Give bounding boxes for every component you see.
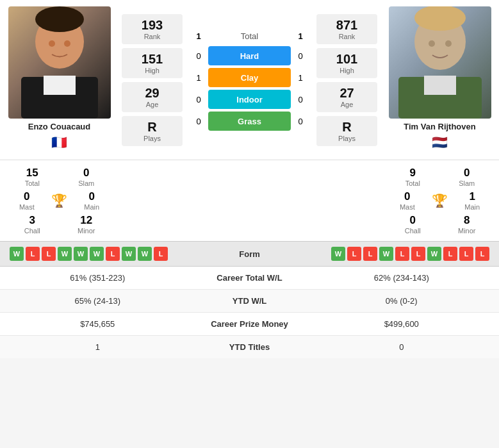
left-stats-block: 193 Rank 151 High 29 Age R Plays	[119, 6, 186, 153]
svg-rect-3	[44, 76, 76, 95]
right-rank-value: 871	[322, 18, 372, 33]
right-minor-lbl: Minor	[440, 227, 495, 235]
form-badge-left-l: L	[26, 247, 40, 261]
career-wl-right: 62% (234-143)	[314, 273, 490, 283]
hard-button[interactable]: Hard	[208, 46, 291, 65]
right-stats-block: 871 Rank 101 High 27 Age R Plays	[313, 6, 380, 153]
svg-point-1	[35, 6, 84, 32]
center-spacer	[119, 163, 380, 238]
left-slam-item: 0 Slam	[60, 167, 114, 187]
career-wl-row: 61% (351-223) Career Total W/L 62% (234-…	[0, 267, 499, 290]
form-badge-left-l: L	[106, 247, 120, 261]
grass-left-count: 0	[189, 117, 208, 126]
left-chall-item: 3 Chall	[5, 214, 60, 235]
left-chall-val: 3	[5, 214, 60, 227]
hard-left-count: 0	[189, 51, 208, 61]
ytd-titles-label: YTD Titles	[186, 342, 314, 352]
right-plays-label: Plays	[322, 135, 372, 142]
left-slam-lbl: Slam	[60, 179, 114, 187]
right-age-value: 27	[322, 86, 372, 101]
right-chall-item: 0 Chall	[386, 214, 440, 235]
right-total-val: 9	[386, 167, 440, 179]
form-badge-left-w: W	[138, 247, 152, 261]
center-surface-panel: 1 Total 1 0 Hard 0 1 Clay 1	[186, 6, 313, 153]
ytd-titles-row: 1 YTD Titles 0	[0, 336, 499, 358]
left-player-flag: 🇫🇷	[51, 135, 67, 150]
right-total-item: 9 Total	[386, 167, 440, 187]
form-badge-left-l: L	[42, 247, 56, 261]
prize-row: $745,655 Career Prize Money $499,600	[0, 313, 499, 336]
right-slam-item: 0 Slam	[440, 167, 495, 187]
form-section: WLLWWWLWWL Form WLLWLLWLLL	[0, 241, 499, 267]
right-player-photo	[389, 6, 491, 119]
right-rank-label: Rank	[322, 33, 372, 40]
right-rank-box: 871 Rank	[316, 14, 377, 44]
right-high-value: 101	[322, 52, 372, 67]
form-badge-right-l: L	[363, 247, 377, 261]
form-badge-left-w: W	[58, 247, 72, 261]
right-minor-val: 8	[440, 214, 495, 227]
left-player-photo	[8, 6, 111, 119]
indoor-right-count: 0	[291, 95, 310, 104]
right-age-box: 27 Age	[316, 82, 377, 112]
prize-label: Career Prize Money	[186, 319, 314, 329]
total-label: Total	[208, 29, 291, 44]
left-mast-item: 0 Mast	[5, 190, 49, 211]
right-high-box: 101 High	[316, 48, 377, 78]
ytd-wl-row: 65% (24-13) YTD W/L 0% (0-2)	[0, 290, 499, 313]
right-main-item: 1 Main	[450, 190, 494, 211]
total-right-count: 1	[291, 31, 310, 41]
left-rank-value: 193	[127, 18, 177, 33]
left-minor-lbl: Minor	[60, 227, 114, 235]
indoor-row: 0 Indoor 0	[189, 90, 310, 109]
right-bottom-stats: 9 Total 0 Slam 0 Mast 🏆 1 Main	[380, 163, 499, 238]
right-chall-val: 0	[386, 214, 440, 227]
ytd-wl-label: YTD W/L	[186, 296, 314, 306]
left-total-lbl: Total	[5, 179, 60, 187]
left-player-name: Enzo Couacaud	[28, 122, 91, 131]
right-mast-val: 0	[386, 190, 429, 203]
form-badge-right-w: W	[331, 247, 345, 261]
form-badge-left-w: W	[74, 247, 88, 261]
right-form-badges: WLLWLLWLLL	[291, 247, 490, 261]
left-player-section: Enzo Couacaud 🇫🇷	[0, 6, 119, 153]
grass-button[interactable]: Grass	[208, 112, 291, 131]
right-player-section: Tim Van Rijthoven 🇳🇱	[380, 6, 499, 153]
form-badge-left-w: W	[90, 247, 104, 261]
form-badge-right-l: L	[395, 247, 409, 261]
career-wl-label: Career Total W/L	[186, 273, 314, 283]
left-chall-lbl: Chall	[5, 227, 60, 235]
form-badge-left-l: L	[154, 247, 168, 261]
left-mast-val: 0	[5, 190, 49, 203]
form-badge-right-l: L	[347, 247, 361, 261]
right-plays-box: R Plays	[316, 116, 377, 146]
left-main-val: 0	[70, 190, 113, 203]
right-minor-item: 8 Minor	[440, 214, 495, 235]
left-age-box: 29 Age	[122, 82, 183, 112]
left-high-box: 151 High	[122, 48, 183, 78]
left-age-label: Age	[127, 101, 177, 108]
form-badge-right-w: W	[427, 247, 441, 261]
hard-label: Hard	[240, 51, 259, 61]
svg-point-5	[64, 40, 70, 47]
ytd-wl-left: 65% (24-13)	[10, 296, 186, 306]
left-plays-box: R Plays	[122, 116, 183, 146]
grass-row: 0 Grass 0	[189, 112, 310, 131]
form-label: Form	[208, 249, 291, 259]
indoor-button[interactable]: Indoor	[208, 90, 291, 109]
hard-right-count: 0	[291, 51, 310, 61]
svg-rect-9	[424, 76, 456, 95]
left-age-value: 29	[127, 86, 177, 101]
form-badge-left-w: W	[122, 247, 136, 261]
bottom-stats-row: 15 Total 0 Slam 0 Mast 🏆 0 Main	[0, 160, 499, 241]
left-bottom-stats: 15 Total 0 Slam 0 Mast 🏆 0 Main	[0, 163, 119, 238]
left-mast-lbl: Mast	[5, 203, 49, 211]
svg-point-11	[445, 40, 452, 47]
clay-right-count: 1	[291, 73, 310, 83]
left-rank-label: Rank	[127, 33, 177, 40]
clay-button[interactable]: Clay	[208, 68, 291, 87]
left-main-lbl: Main	[70, 203, 113, 211]
right-player-name: Tim Van Rijthoven	[404, 122, 475, 131]
right-total-lbl: Total	[386, 179, 440, 187]
svg-point-4	[49, 40, 55, 47]
